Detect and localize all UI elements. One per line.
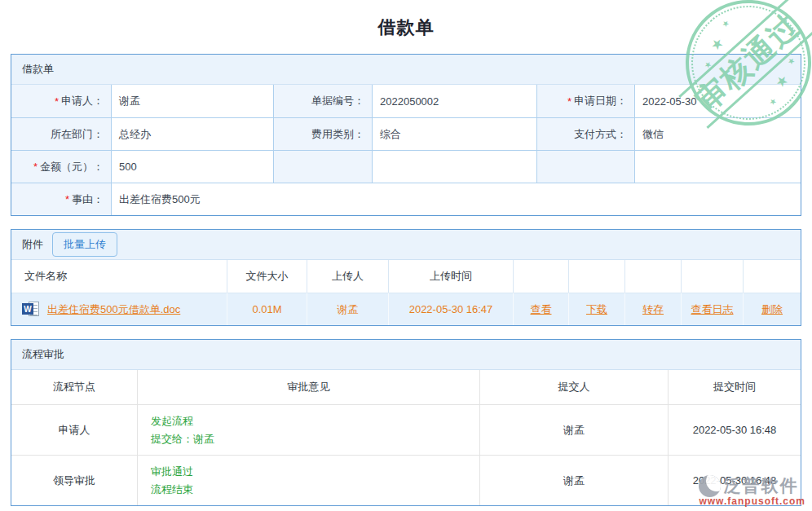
attachment-action-cell: 查看日志 <box>681 293 743 325</box>
field-label-apply-date: *申请日期： <box>536 85 634 117</box>
col-header-file-name: 文件名称 <box>11 260 227 293</box>
fanpu-url: www.fanpusoft.com <box>699 496 805 507</box>
empty-label-cell <box>273 150 372 183</box>
required-marker: * <box>65 193 69 205</box>
attachments-panel: 附件 批量上传 文件名称 文件大小 上传人 上传时间 W <box>11 229 801 326</box>
attachment-action-cell: 转存 <box>624 293 681 325</box>
opinion-line: 发起流程 <box>151 412 193 430</box>
attachment-file-cell: W 出差住宿费500元借款单.doc <box>11 293 227 325</box>
col-header-empty <box>743 260 801 293</box>
field-label-text: 支付方式： <box>574 127 627 142</box>
approval-panel-title: 流程审批 <box>11 340 801 370</box>
empty-value-cell <box>634 150 801 183</box>
attachments-panel-title: 附件 <box>22 237 43 252</box>
field-label-text: 申请人： <box>61 94 104 108</box>
opinion-line: 提交给：谢孟 <box>151 430 214 448</box>
field-label-text: 所在部门： <box>51 127 104 142</box>
required-marker: * <box>55 95 59 108</box>
col-header-submitter: 提交人 <box>479 370 668 404</box>
attachment-action-cell: 删除 <box>743 293 801 325</box>
col-header-flow-node: 流程节点 <box>11 370 137 404</box>
col-header-upload-time: 上传时间 <box>388 260 513 293</box>
view-link[interactable]: 查看 <box>531 302 552 317</box>
field-label-text: 事由： <box>72 192 104 207</box>
field-label-amount: *金额（元）： <box>11 150 111 183</box>
fanpu-logo-row: 泛普软件 <box>699 474 805 497</box>
loan-form-grid: *申请人： 谢孟 单据编号： 2022050002 *申请日期： 2022-05… <box>11 85 801 215</box>
field-label-applicant: *申请人： <box>11 85 111 117</box>
attachment-file-link[interactable]: 出差住宿费500元借款单.doc <box>47 302 180 317</box>
field-value-apply-date: 2022-05-30 <box>634 85 801 117</box>
field-label-text: 金额（元）： <box>40 160 104 174</box>
field-value-payment-method: 微信 <box>634 117 801 150</box>
field-label-doc-number: 单据编号： <box>273 85 372 117</box>
col-header-empty <box>568 260 624 293</box>
col-header-submit-time: 提交时间 <box>668 370 801 404</box>
flow-node: 领导审批 <box>11 455 137 505</box>
field-label-text: 单据编号： <box>311 94 364 108</box>
required-marker: * <box>567 95 571 108</box>
field-label-text: 费用类别： <box>311 127 364 142</box>
flow-node: 申请人 <box>11 404 137 455</box>
col-header-file-size: 文件大小 <box>227 260 307 293</box>
field-value-expense-type: 综合 <box>372 117 536 150</box>
download-link[interactable]: 下载 <box>586 302 607 317</box>
batch-upload-button[interactable]: 批量上传 <box>52 232 117 257</box>
loan-form-panel-title: 借款单 <box>11 55 801 85</box>
approval-flow-panel: 流程审批 流程节点 审批意见 提交人 提交时间 申请人 发起流程 提交给：谢孟 … <box>11 339 801 506</box>
field-value-doc-number: 2022050002 <box>372 85 536 117</box>
attachment-action-cell: 下载 <box>568 293 624 325</box>
page-title: 借款单 <box>0 0 812 54</box>
submit-time: 2022-05-30 16:48 <box>668 404 801 455</box>
empty-label-cell <box>536 150 634 183</box>
attachment-action-cell: 查看 <box>513 293 568 325</box>
approval-opinion: 审批通过 流程结束 <box>137 455 479 505</box>
fanpu-logo-icon <box>699 475 721 497</box>
word-w-badge: W <box>22 303 33 315</box>
empty-value-cell <box>372 150 536 183</box>
loan-form-page: 借款单 ★ ★ ★ ★ ★ ★ 审核通过 借款单 *申请人： 谢孟 单据编号： … <box>0 0 812 511</box>
submitter: 谢孟 <box>479 404 668 455</box>
col-header-empty <box>681 260 743 293</box>
word-doc-icon: W <box>22 302 41 317</box>
transfer-save-link[interactable]: 转存 <box>642 302 664 317</box>
col-header-empty <box>624 260 681 293</box>
opinion-line: 审批通过 <box>151 463 193 481</box>
approval-table: 流程节点 审批意见 提交人 提交时间 申请人 发起流程 提交给：谢孟 谢孟 20… <box>11 370 801 505</box>
field-value-applicant: 谢孟 <box>111 85 273 117</box>
required-marker: * <box>33 161 38 173</box>
attachment-file-size: 0.01M <box>227 293 307 325</box>
field-value-department: 总经办 <box>111 117 273 150</box>
attachments-panel-head: 附件 批量上传 <box>11 230 801 260</box>
field-value-amount: 500 <box>111 150 273 183</box>
field-label-expense-type: 费用类别： <box>273 117 372 150</box>
field-label-payment-method: 支付方式： <box>536 117 634 150</box>
submitter: 谢孟 <box>479 455 668 505</box>
field-label-department: 所在部门： <box>11 117 111 150</box>
col-header-uploader: 上传人 <box>307 260 388 293</box>
field-label-text: 申请日期： <box>574 94 627 108</box>
attachment-upload-time: 2022-05-30 16:47 <box>388 293 513 325</box>
delete-link[interactable]: 删除 <box>761 302 783 317</box>
opinion-line: 流程结束 <box>151 481 193 499</box>
view-log-link[interactable]: 查看日志 <box>691 302 734 317</box>
fanpu-watermark: 泛普软件 www.fanpusoft.com <box>699 474 805 507</box>
col-header-empty <box>513 260 568 293</box>
attachments-table: 文件名称 文件大小 上传人 上传时间 W 出差住宿费500元借款单.doc <box>11 260 801 325</box>
loan-form-panel: 借款单 *申请人： 谢孟 单据编号： 2022050002 *申请日期： 202… <box>11 54 801 216</box>
field-label-reason: *事由： <box>11 183 111 215</box>
approval-opinion: 发起流程 提交给：谢孟 <box>137 404 479 455</box>
col-header-opinion: 审批意见 <box>137 370 479 404</box>
field-value-reason: 出差住宿费500元 <box>111 183 801 215</box>
fanpu-brand-name: 泛普软件 <box>723 474 798 497</box>
attachment-uploader: 谢孟 <box>307 293 388 325</box>
